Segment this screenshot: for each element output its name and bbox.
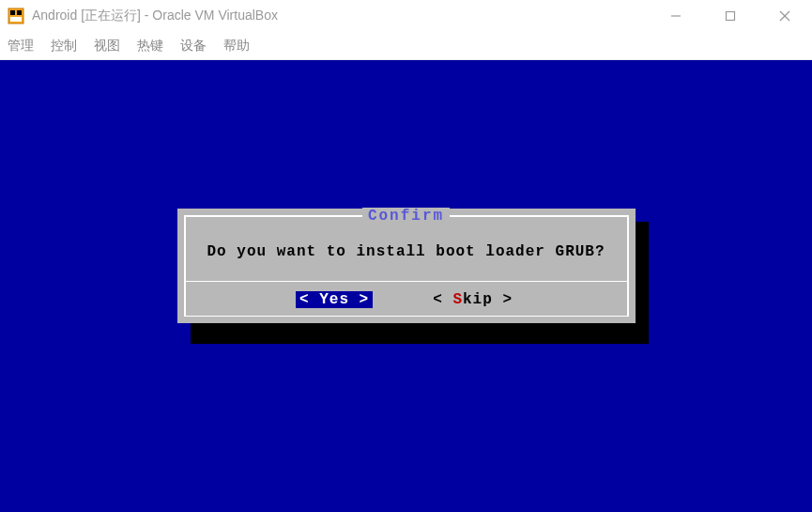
menu-hotkeys[interactable]: 热键	[137, 38, 163, 54]
virtualbox-window: Android [正在运行] - Oracle VM VirtualBox 管理…	[0, 0, 812, 512]
dialog-title: Confirm	[362, 208, 450, 225]
svg-rect-1	[10, 10, 15, 15]
maximize-button[interactable]	[703, 0, 758, 32]
menu-manage[interactable]: 管理	[8, 38, 34, 54]
svg-rect-3	[10, 17, 22, 22]
close-button[interactable]	[758, 0, 812, 32]
app-icon	[8, 8, 24, 24]
menu-devices[interactable]: 设备	[180, 38, 207, 54]
window-controls	[649, 0, 812, 32]
minimize-button[interactable]	[649, 0, 703, 32]
confirm-dialog-wrap: Confirm Do you want to install boot load…	[177, 209, 636, 323]
confirm-dialog: Confirm Do you want to install boot load…	[177, 209, 636, 323]
menubar: 管理 控制 视图 热键 设备 帮助	[0, 32, 812, 60]
dialog-message: Do you want to install boot loader GRUB?	[186, 236, 627, 281]
vm-screen: Confirm Do you want to install boot load…	[0, 60, 812, 512]
yes-button[interactable]: < Yes >	[296, 291, 373, 308]
dialog-title-row: Confirm	[186, 208, 627, 225]
dialog-buttons: < Yes > < Skip >	[186, 281, 627, 316]
svg-rect-2	[17, 10, 22, 15]
svg-rect-5	[727, 12, 735, 21]
titlebar: Android [正在运行] - Oracle VM VirtualBox	[0, 0, 812, 32]
skip-button[interactable]: < Skip >	[429, 291, 516, 308]
window-title: Android [正在运行] - Oracle VM VirtualBox	[32, 8, 649, 24]
menu-help[interactable]: 帮助	[223, 38, 250, 54]
menu-view[interactable]: 视图	[94, 38, 120, 54]
dialog-inner: Confirm Do you want to install boot load…	[184, 215, 629, 317]
menu-control[interactable]: 控制	[51, 38, 77, 54]
